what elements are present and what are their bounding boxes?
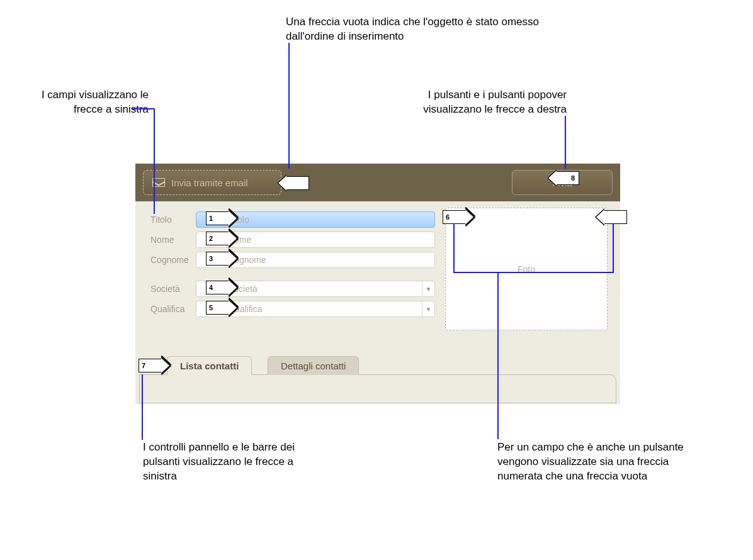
leader-field-button-v bbox=[497, 272, 499, 439]
label-nome: Nome bbox=[150, 235, 196, 245]
leader-fields-left-v bbox=[154, 108, 155, 214]
tab-arrow-5: 5 bbox=[206, 301, 229, 315]
tab-arrow-3-num: 3 bbox=[209, 255, 213, 262]
callout-panel-controls: I controlli pannello e le barre dei puls… bbox=[143, 440, 313, 484]
leader-buttons-right bbox=[565, 116, 566, 169]
tab-arrow-2: 2 bbox=[206, 232, 229, 245]
tab-arrow-1: 1 bbox=[206, 211, 229, 225]
tab-arrow-6-num: 6 bbox=[446, 213, 450, 221]
leader-fields-left-h bbox=[132, 108, 154, 109]
chevron-down-icon[interactable]: ▼ bbox=[422, 281, 434, 296]
chevron-down-icon[interactable]: ▼ bbox=[422, 301, 434, 316]
leader-field-button-v2 bbox=[453, 220, 455, 272]
label-titolo: Titolo bbox=[150, 215, 196, 225]
tab-body bbox=[139, 374, 616, 403]
photo-container[interactable]: Foto bbox=[445, 208, 608, 330]
tab-arrow-4: 4 bbox=[206, 281, 229, 294]
tab-arrow-1-num: 1 bbox=[209, 215, 213, 222]
tab-arrow-photo-empty bbox=[604, 210, 627, 224]
callout-fields-left: I campi visualizzano le frecce a sinistr… bbox=[16, 88, 149, 117]
tab-arrow-7: 7 bbox=[139, 359, 161, 372]
send-email-button[interactable]: Invia tramite email bbox=[143, 170, 281, 195]
leader-panel-controls bbox=[142, 374, 143, 440]
leader-empty-arrow bbox=[288, 43, 290, 169]
tab-arrow-5-num: 5 bbox=[209, 304, 213, 311]
tab-panel: Lista contatti Dettagli contatti bbox=[135, 356, 620, 404]
label-cognome: Cognome bbox=[150, 255, 196, 265]
tab-arrow-6: 6 bbox=[443, 210, 465, 224]
send-email-label: Invia tramite email bbox=[171, 177, 248, 188]
tab-label-active: Lista contatti bbox=[180, 361, 239, 371]
tab-label-inactive: Dettagli contatti bbox=[281, 361, 346, 371]
label-qualifica: Qualifica bbox=[150, 304, 196, 314]
tab-arrow-3: 3 bbox=[206, 252, 229, 266]
tab-dettagli-contatti[interactable]: Dettagli contatti bbox=[268, 356, 359, 375]
leader-field-button-h bbox=[453, 272, 614, 273]
callout-buttons-right: I pulsanti e i pulsanti popover visualiz… bbox=[378, 88, 567, 117]
tab-arrow-4-num: 4 bbox=[209, 284, 213, 291]
callout-field-button: Per un campo che è anche un pulsante ven… bbox=[497, 440, 699, 484]
leader-field-button-v3 bbox=[613, 220, 614, 272]
tab-arrow-7-num: 7 bbox=[142, 362, 145, 369]
tab-lista-contatti[interactable]: Lista contatti bbox=[167, 356, 252, 375]
tab-arrow-8-num: 8 bbox=[571, 174, 576, 182]
tab-arrow-email-empty bbox=[286, 176, 309, 190]
tab-arrow-2-num: 2 bbox=[209, 235, 213, 242]
callout-empty-arrow: Una freccia vuota indica che l'oggetto è… bbox=[286, 15, 550, 44]
label-societa: Società bbox=[150, 284, 196, 294]
tab-arrow-8: 8 bbox=[557, 171, 579, 185]
